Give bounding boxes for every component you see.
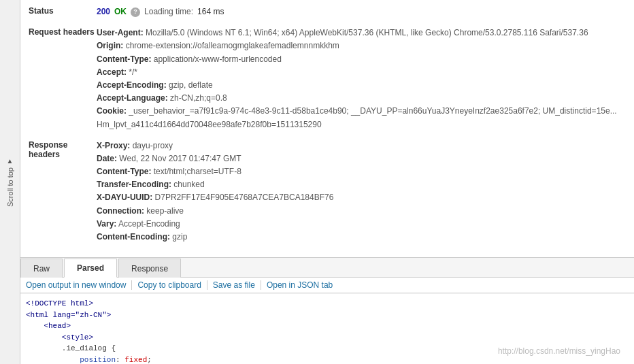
code-line: <html lang="zh-CN"> — [26, 310, 629, 321]
scroll-to-top-label[interactable]: Scroll to top — [6, 167, 14, 207]
loading-label: Loading time: — [144, 5, 193, 18]
request-header-line: Origin: chrome-extension://ofalleamogmgl… — [97, 39, 626, 52]
response-headers-label: Response headers — [29, 139, 97, 159]
request-headers-row: Request headers User-Agent: Mozilla/5.0 … — [29, 27, 626, 131]
request-header-line: Cookie: _user_behavior_=a7f91c9a-974c-48… — [97, 105, 626, 118]
tab-parsed[interactable]: Parsed — [64, 259, 117, 278]
response-header-line: X-DAYU-UUID: D7PR2FF17E4F905E4768A7CEA7B… — [97, 191, 626, 204]
request-header-line: Accept-Encoding: gzip, deflate — [97, 79, 626, 92]
request-header-line: Accept: */* — [97, 66, 626, 79]
info-icon[interactable]: ? — [131, 7, 140, 17]
status-value: 200 OK ? Loading time: 164 ms — [97, 5, 626, 18]
watermark: http://blog.csdn.net/miss_yingHao — [498, 346, 620, 356]
action-open-output[interactable]: Open output in new window — [26, 280, 132, 290]
code-line: <style> — [26, 332, 629, 344]
response-headers-row: Response headers X-Proxy: dayu-proxyDate… — [29, 139, 626, 244]
code-line: <!DOCTYPE html> — [26, 298, 629, 310]
status-ok-text: OK — [114, 5, 127, 18]
code-line: <head> — [26, 320, 629, 332]
tab-response[interactable]: Response — [118, 259, 181, 278]
request-header-line: Hm_lpvt_a411c4d1664dd70048ee98afe7b28f0b… — [97, 118, 626, 131]
status-row: Status 200 OK ? Loading time: 164 ms — [29, 5, 626, 18]
action-save-file[interactable]: Save as file — [207, 280, 261, 290]
scroll-sidebar[interactable]: ▲ Scroll to top — [0, 0, 20, 364]
tabs-bar: RawParsedResponse — [20, 257, 634, 278]
status-code: 200 — [97, 5, 110, 18]
action-open-json[interactable]: Open in JSON tab — [261, 280, 338, 290]
response-header-line: Date: Wed, 22 Nov 2017 01:47:47 GMT — [97, 152, 626, 165]
loading-value: 164 ms — [197, 5, 224, 18]
response-header-line: Content-Type: text/html;charset=UTF-8 — [97, 165, 626, 178]
response-header-line: X-Proxy: dayu-proxy — [97, 139, 626, 152]
scroll-arrow-icon: ▲ — [7, 157, 14, 165]
tab-raw[interactable]: Raw — [20, 259, 63, 278]
request-headers-value: User-Agent: Mozilla/5.0 (Windows NT 6.1;… — [97, 27, 626, 131]
response-headers-value: X-Proxy: dayu-proxyDate: Wed, 22 Nov 201… — [97, 139, 626, 244]
request-header-line: Content-Type: application/x-www-form-url… — [97, 53, 626, 66]
request-header-line: User-Agent: Mozilla/5.0 (Windows NT 6.1;… — [97, 27, 626, 39]
response-header-line: Vary: Accept-Encoding — [97, 218, 626, 231]
request-header-line: Accept-Language: zh-CN,zh;q=0.8 — [97, 92, 626, 105]
response-header-line: Content-Encoding: gzip — [97, 231, 626, 244]
response-header-line: Transfer-Encoding: chunked — [97, 178, 626, 191]
status-label: Status — [29, 5, 97, 16]
main-content: Status 200 OK ? Loading time: 164 ms Req… — [20, 0, 634, 364]
action-bar: Open output in new windowCopy to clipboa… — [20, 278, 634, 293]
action-copy-clipboard[interactable]: Copy to clipboard — [132, 280, 207, 290]
info-table: Status 200 OK ? Loading time: 164 ms Req… — [20, 0, 634, 257]
response-header-line: Connection: keep-alive — [97, 205, 626, 218]
request-headers-label: Request headers — [29, 27, 97, 37]
